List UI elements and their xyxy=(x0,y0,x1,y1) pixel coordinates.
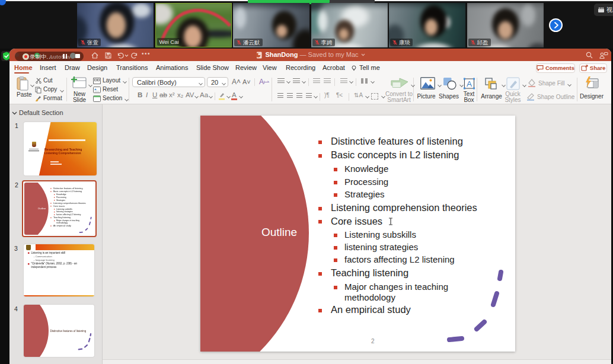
svg-text:A: A xyxy=(467,79,472,88)
